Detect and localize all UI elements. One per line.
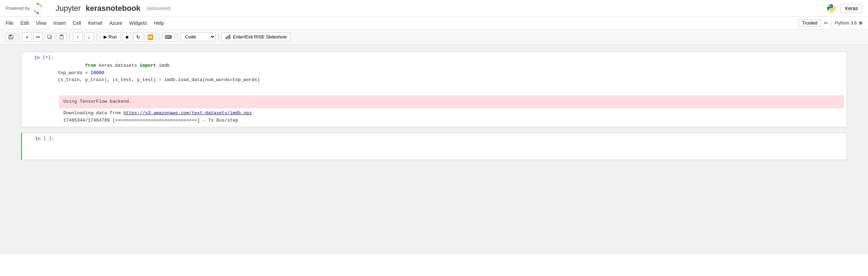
copy-icon	[47, 35, 52, 39]
menu-kernel[interactable]: Kernel	[88, 20, 102, 26]
top-bar-right: Keras	[826, 3, 862, 14]
top-bar-left: Powered by Jupyter kerasnotebook (autosa…	[6, 4, 171, 13]
menu-insert[interactable]: Insert	[54, 20, 66, 26]
cell-2-code[interactable]	[57, 133, 847, 160]
toolbar-sep-5	[177, 33, 178, 41]
save-icon	[8, 35, 13, 39]
menu-bar-right: Trusted ✏ | Python 3.6	[798, 19, 862, 27]
restart-run-button[interactable]: ⏩	[145, 32, 156, 42]
menu-widgets[interactable]: Widgets	[129, 20, 147, 26]
menu-bar: File Edit View Insert Cell Kernel Azure …	[0, 17, 868, 29]
top-bar: Powered by Jupyter kerasnotebook (autosa…	[0, 0, 868, 17]
kw-from: from	[85, 63, 96, 68]
svg-rect-2	[9, 37, 12, 39]
code-num: 10000	[91, 70, 104, 75]
menu-cell[interactable]: Cell	[73, 20, 81, 26]
cut-button[interactable]: ✂	[33, 32, 43, 42]
cell-1-inner: In [*]: from keras.datasets import imdb …	[21, 52, 847, 94]
kw-import: import	[140, 63, 156, 68]
paste-icon	[59, 35, 64, 39]
notebook-area: In [*]: from keras.datasets import imdb …	[0, 45, 868, 254]
toolbar-sep-2	[70, 33, 70, 41]
menu-help[interactable]: Help	[154, 20, 164, 26]
menu-edit[interactable]: Edit	[21, 20, 29, 26]
pencil-icon[interactable]: ✏	[824, 20, 828, 26]
trusted-button[interactable]: Trusted	[798, 19, 821, 27]
jupyter-logo: Jupyter	[33, 4, 81, 13]
jupyter-icon	[33, 4, 42, 13]
copy-button[interactable]	[44, 33, 55, 41]
toolbar-sep-3	[97, 33, 97, 41]
code-text-3: top_words =	[58, 70, 91, 75]
interrupt-button[interactable]: ■	[122, 32, 132, 42]
svg-rect-6	[61, 35, 63, 36]
svg-rect-7	[226, 37, 227, 39]
keras-button[interactable]: Keras	[840, 4, 862, 13]
python-icon	[826, 3, 837, 14]
barchart-icon	[225, 35, 231, 39]
jupyter-dot-bottom	[37, 12, 39, 14]
rise-button[interactable]: Enter/Exit RISE Slideshow	[222, 32, 290, 41]
cell-1-output: Using TensorFlow backend. Downloading da…	[56, 94, 847, 127]
cell-1-stdout: Downloading data from https://s3.amazona…	[59, 108, 844, 126]
separator: |	[831, 20, 832, 26]
toolbar-sep-4	[159, 33, 159, 41]
cell-2-inner: In [ ]:	[22, 133, 847, 160]
run-label: Run	[108, 34, 117, 39]
notebook-title[interactable]: kerasnotebook	[86, 4, 141, 13]
toolbar-sep-6	[218, 33, 219, 41]
run-step-icon: ▶	[104, 34, 107, 39]
menu-file[interactable]: File	[6, 20, 14, 26]
svg-rect-1	[9, 35, 12, 36]
restart-button[interactable]: ↻	[133, 32, 143, 42]
svg-rect-9	[229, 35, 230, 39]
toolbar: + ✂ ↑ ↓ ▶ Run ■ ↻ ⏩ ⌨ Code Markdown Raw …	[0, 29, 868, 45]
move-up-button[interactable]: ↑	[73, 32, 83, 42]
svg-rect-8	[227, 36, 229, 39]
run-button[interactable]: ▶ Run	[100, 32, 121, 41]
autosaved-label: (autosaved)	[147, 6, 171, 11]
cell-1-stderr: Using TensorFlow backend.	[59, 95, 844, 108]
kernel-name: Python 3.6	[835, 20, 857, 26]
cell-1: In [*]: from keras.datasets import imdb …	[21, 52, 847, 127]
cell-2: In [ ]:	[21, 133, 847, 160]
svg-rect-4	[48, 35, 51, 38]
powered-by-label: Powered by	[6, 6, 30, 11]
code-text-4: (x_train, y_train), (x_test, y_test)	[58, 77, 159, 82]
kernel-info: Python 3.6	[835, 20, 862, 26]
keyboard-button[interactable]: ⌨	[162, 32, 175, 42]
add-cell-button[interactable]: +	[22, 32, 32, 42]
kernel-status-dot	[859, 21, 862, 25]
move-down-button[interactable]: ↓	[84, 32, 94, 42]
jupyter-name: Jupyter	[56, 4, 81, 13]
cell-2-prompt: In [ ]:	[22, 133, 57, 160]
code-text-5: imdb.load_data(num_words=top_words)	[161, 77, 260, 82]
rise-label: Enter/Exit RISE Slideshow	[233, 34, 287, 39]
code-text-2: imdb	[156, 63, 170, 68]
cell-type-select[interactable]: Code Markdown Raw NBConvert Heading	[181, 32, 216, 41]
cell-1-code-area[interactable]: from keras.datasets import imdb top_word…	[58, 55, 844, 91]
menu-azure[interactable]: Azure	[109, 20, 122, 26]
code-text-1: keras.datasets	[96, 63, 140, 68]
cell-2-code-area[interactable]	[58, 136, 844, 157]
jupyter-dot-top	[37, 3, 39, 5]
cell-1-prompt: In [*]:	[21, 52, 56, 94]
save-button[interactable]	[6, 33, 16, 41]
toolbar-sep-1	[19, 33, 19, 41]
download-link[interactable]: https://s3.amazonaws.com/text-datasets/i…	[124, 110, 252, 116]
paste-button[interactable]	[56, 33, 67, 41]
cell-1-code[interactable]: from keras.datasets import imdb top_word…	[56, 52, 847, 94]
menu-view[interactable]: View	[36, 20, 47, 26]
